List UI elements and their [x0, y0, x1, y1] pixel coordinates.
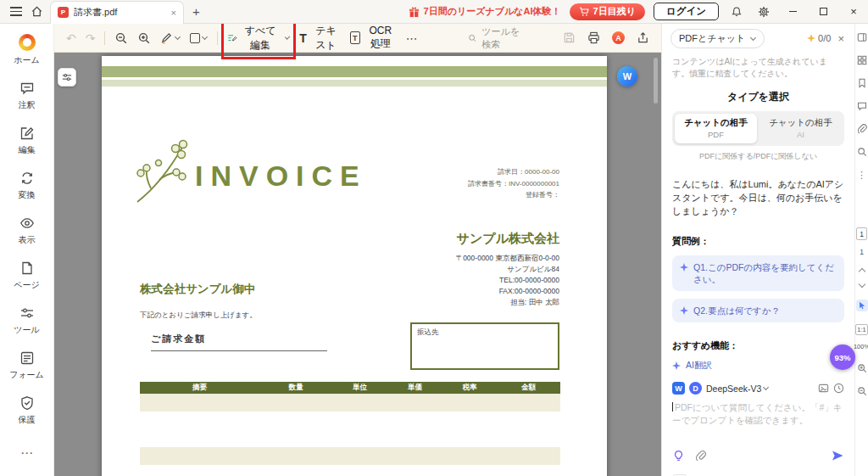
promo-banner[interactable]: 7日間のリーズナブルなAI体験！ — [409, 5, 561, 18]
attach-paperclip-icon[interactable] — [695, 450, 707, 462]
sidebar-item-protect[interactable]: 保護 — [2, 395, 53, 426]
login-button[interactable]: ログイン — [654, 3, 719, 20]
sidebar-item-tools[interactable]: ツール — [2, 305, 53, 336]
document-tab[interactable]: P 請求書.pdf × — [50, 1, 184, 24]
pen-tool-icon[interactable] — [160, 31, 181, 44]
print-icon[interactable] — [587, 31, 600, 44]
chat-input[interactable]: PDFについて質問してください。「#」キーでプロンプトを確認できます。 — [672, 401, 844, 440]
toolbar-divider — [104, 31, 105, 45]
search-icon[interactable] — [857, 147, 867, 157]
image-icon[interactable] — [818, 383, 829, 394]
more-tools-icon[interactable]: ⋯ — [406, 31, 418, 45]
credit-counter: 0/0 — [807, 33, 831, 43]
sidebar-item-label: 保護 — [19, 414, 36, 426]
pdf-file-icon: P — [58, 7, 69, 18]
tab-close-icon[interactable]: × — [171, 8, 176, 18]
zoom-level-label[interactable]: 100% — [854, 343, 868, 350]
zoom-in-icon[interactable] — [137, 31, 151, 45]
chat-panel: PDFとチャット 0/0 × コンテンツはAIによって生成されています。慎重に精… — [661, 24, 854, 476]
tool-search[interactable]: ツールを検索 — [468, 25, 525, 51]
invoice-table-row — [140, 412, 560, 429]
invoice-col-header: 金額 — [497, 383, 560, 393]
sidebar-item-annotate[interactable]: 注釈 — [2, 81, 53, 111]
shield-icon — [19, 395, 35, 411]
comment-icon[interactable] — [857, 101, 867, 111]
example-question-2[interactable]: Q2.要点は何ですか？ — [672, 299, 844, 322]
pdf-page[interactable]: INVOICE 請求日：0000-00-00 請求書番号：INV-0000000… — [102, 56, 607, 476]
minimize-button[interactable] — [782, 0, 804, 23]
bookmark-icon[interactable] — [857, 78, 867, 88]
share-icon[interactable] — [637, 31, 649, 44]
sidebar-item-convert[interactable]: 変換 — [2, 171, 53, 201]
zoom-out-icon[interactable] — [114, 31, 128, 45]
chat-input-placeholder: PDFについて質問してください。「#」キーでプロンプトを確認できます。 — [672, 402, 843, 425]
cart-icon — [579, 7, 589, 17]
shape-tool-icon[interactable] — [190, 33, 208, 43]
document-scrollbar[interactable] — [654, 58, 658, 104]
model-dropdown[interactable]: DeepSeek-V3 — [706, 384, 769, 394]
actual-size-button[interactable]: 1:1 — [855, 324, 867, 335]
deepseek-logo-icon[interactable]: D — [689, 382, 702, 395]
example-question-text: Q1.このPDFの内容を要約してください。 — [693, 261, 837, 285]
tabs-caption: PDFに関係する/PDFに関係しない — [672, 151, 844, 162]
ai-tools-icon[interactable]: A — [612, 31, 625, 44]
save-icon[interactable] — [563, 31, 576, 44]
feature-label: AI翻訳 — [686, 360, 712, 372]
close-button[interactable]: × — [843, 0, 865, 23]
chat-mode-dropdown[interactable]: PDFとチャット — [670, 29, 765, 48]
chat-close-icon[interactable]: × — [836, 32, 846, 45]
toolbar: ↶ ↷ すべて編集 T テキスト T OCR処理 ⋯ ツールを検索 — [54, 24, 661, 53]
promo-text: 7日間のリーズナブルなAI体験！ — [424, 5, 561, 18]
maximize-button[interactable] — [812, 0, 834, 23]
edit-all-button[interactable]: すべて編集 — [227, 24, 290, 53]
home-icon[interactable] — [31, 5, 43, 18]
history-clock-icon[interactable] — [833, 383, 844, 394]
zoom-percentage-badge[interactable]: 93% — [830, 344, 855, 370]
sliders-icon — [19, 305, 35, 321]
thumbnails-icon[interactable] — [857, 55, 867, 65]
next-page-icon[interactable] — [858, 281, 865, 288]
previous-page-icon[interactable] — [858, 268, 865, 275]
sidebar-item-edit[interactable]: 編集 — [2, 126, 53, 156]
send-icon[interactable] — [831, 449, 844, 462]
notifications-bell-icon[interactable] — [727, 6, 746, 18]
panel-toggle-icon[interactable] — [857, 32, 867, 42]
settings-gear-icon[interactable] — [754, 6, 773, 18]
document-area[interactable]: INVOICE 請求日：0000-00-00 請求書番号：INV-0000000… — [54, 53, 661, 476]
text-tool-button[interactable]: T テキスト — [299, 24, 341, 53]
tab-subtitle: PDF — [675, 130, 757, 139]
trial-days-button[interactable]: 7日目残り — [570, 3, 645, 20]
lightbulb-icon[interactable] — [672, 450, 685, 462]
translate-widget-button[interactable]: W — [617, 66, 637, 87]
current-page-input[interactable]: 1 — [856, 227, 867, 240]
edit-all-label: すべて編集 — [242, 24, 280, 53]
assistant-greeting: こんにちは、私はLumi。あなたのAIアシスタントです。今日は、何のお手伝いをし… — [672, 177, 844, 218]
feature-ai-translate[interactable]: AI翻訳 — [672, 360, 844, 372]
undo-icon[interactable]: ↶ — [66, 31, 76, 45]
attachment-icon[interactable] — [857, 124, 867, 134]
new-tab-button[interactable]: + — [192, 4, 200, 19]
features-label: おすすめ機能： — [672, 339, 844, 352]
zoom-in-icon[interactable] — [857, 363, 867, 373]
redo-icon[interactable]: ↷ — [86, 31, 96, 45]
tab-chat-with-ai[interactable]: チャットの相手 AI — [760, 114, 842, 143]
tab-title: チャットの相手 — [675, 117, 757, 129]
invoice-table-row — [140, 394, 560, 412]
sidebar-item-home[interactable]: ホーム — [2, 34, 53, 66]
word-model-icon[interactable]: W — [672, 382, 685, 395]
invoice-col-header: 摘要 — [140, 383, 259, 393]
sidebar-more-icon[interactable]: ⋯ — [20, 445, 33, 461]
zoom-out-icon[interactable] — [857, 386, 867, 396]
page-settings-button[interactable] — [58, 68, 76, 87]
example-question-1[interactable]: Q1.このPDFの内容を要約してください。 — [672, 255, 844, 291]
menu-icon[interactable] — [10, 7, 22, 16]
ocr-icon: T — [350, 31, 360, 44]
more-vertical-icon[interactable]: ⋮ — [857, 170, 866, 181]
ai-disclaimer: コンテンツはAIによって生成されています。慎重に精査してください。 — [672, 56, 844, 80]
sidebar-item-form[interactable]: フォーム — [2, 350, 53, 381]
ocr-button[interactable]: T OCR処理 — [350, 25, 397, 51]
sidebar-item-view[interactable]: 表示 — [2, 216, 53, 246]
sidebar-item-page[interactable]: ページ — [2, 260, 53, 291]
select-tool-icon[interactable] — [856, 300, 868, 311]
tab-chat-with-pdf[interactable]: チャットの相手 PDF — [675, 114, 757, 143]
